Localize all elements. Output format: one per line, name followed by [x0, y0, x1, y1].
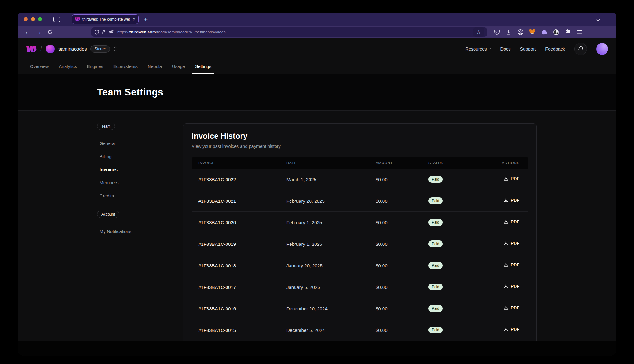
tab-settings[interactable]: Settings — [190, 59, 216, 74]
firefox-view-icon[interactable] — [53, 17, 60, 22]
list-all-tabs-icon[interactable] — [597, 17, 599, 22]
sidebar-item-members[interactable]: Members — [100, 176, 172, 189]
thirdweb-favicon-icon — [75, 17, 80, 21]
sidebar-item-my-notifications[interactable]: My Notifications — [100, 225, 172, 238]
traffic-lights — [18, 17, 46, 21]
download-pdf-button[interactable]: PDF — [504, 241, 519, 246]
tab-nebula[interactable]: Nebula — [143, 59, 167, 74]
pdf-label: PDF — [511, 176, 519, 181]
team-avatar[interactable] — [46, 45, 55, 53]
tab-overview[interactable]: Overview — [25, 59, 54, 74]
address-bar[interactable]: https://thirdweb.com/team/saminacodes/~/… — [91, 27, 487, 37]
wallet-extension-icon[interactable] — [553, 29, 559, 36]
maximize-window-button[interactable] — [38, 17, 42, 21]
menu-hamburger-icon[interactable] — [576, 29, 583, 36]
bookmark-star-icon[interactable]: ☆ — [473, 27, 484, 37]
sidebar-group-account: Account — [97, 211, 119, 218]
nav-feedback[interactable]: Feedback — [545, 46, 565, 51]
invoice-amount: $0.00 — [368, 263, 421, 268]
permissions-switch-icon[interactable] — [108, 30, 114, 34]
table-row: #1F33BA1C-0021 February 20, 2025 $0.00 P… — [192, 190, 528, 212]
pdf-label: PDF — [511, 305, 519, 310]
sidebar-item-invoices[interactable]: Invoices — [100, 163, 172, 176]
reload-button[interactable] — [45, 27, 55, 37]
download-pdf-button[interactable]: PDF — [504, 284, 519, 289]
pdf-label: PDF — [511, 262, 519, 267]
invoice-status: Paid — [421, 176, 496, 183]
nav-docs[interactable]: Docs — [500, 46, 510, 51]
invoice-amount: $0.00 — [368, 284, 421, 290]
invoice-status: Paid — [421, 262, 496, 269]
tab-engines[interactable]: Engines — [82, 59, 108, 74]
invoice-history-card: Invoice History View your past invoices … — [183, 123, 537, 341]
downloads-icon[interactable] — [505, 29, 512, 36]
invoice-amount: $0.00 — [368, 306, 421, 311]
invoice-actions: PDF — [496, 241, 528, 247]
browser-tab[interactable]: thirdweb: The complete web3 d × — [72, 14, 139, 24]
nav-resources[interactable]: Resources — [465, 46, 491, 51]
invoice-date: December 5, 2024 — [279, 328, 368, 333]
invoice-amount: $0.00 — [368, 198, 421, 204]
download-icon — [504, 177, 508, 181]
pdf-label: PDF — [511, 219, 519, 224]
phantom-icon[interactable] — [541, 29, 548, 36]
status-badge: Paid — [428, 327, 443, 333]
download-pdf-button[interactable]: PDF — [504, 198, 519, 203]
lock-icon[interactable] — [102, 30, 106, 34]
tab-usage[interactable]: Usage — [167, 59, 190, 74]
sidebar-item-billing[interactable]: Billing — [100, 150, 172, 163]
tab-analytics[interactable]: Analytics — [54, 59, 82, 74]
download-pdf-button[interactable]: PDF — [504, 262, 519, 267]
new-tab-button[interactable]: + — [144, 16, 148, 23]
account-icon[interactable] — [517, 29, 524, 36]
sidebar-item-general[interactable]: General — [100, 137, 172, 150]
table-row: #1F33BA1C-0019 February 1, 2025 $0.00 Pa… — [192, 233, 528, 255]
tab-close-icon[interactable]: × — [133, 17, 135, 22]
back-button[interactable]: ← — [23, 27, 32, 37]
tab-ecosystems[interactable]: Ecosystems — [108, 59, 143, 74]
download-pdf-button[interactable]: PDF — [504, 305, 519, 310]
invoice-table: INVOICE DATE AMOUNT STATUS ACTIONS #1F33… — [192, 157, 528, 341]
status-badge: Paid — [428, 240, 443, 247]
status-badge: Paid — [428, 197, 443, 204]
status-badge: Paid — [428, 262, 443, 269]
minimize-window-button[interactable] — [31, 17, 35, 21]
table-row: #1F33BA1C-0022 March 1, 2025 $0.00 Paid … — [192, 169, 528, 190]
sidebar-item-credits[interactable]: Credits — [100, 189, 172, 202]
download-icon — [504, 198, 508, 203]
user-avatar[interactable] — [596, 43, 608, 55]
invoice-actions: PDF — [496, 176, 528, 182]
pdf-label: PDF — [511, 241, 519, 246]
close-window-button[interactable] — [24, 17, 28, 21]
notifications-button[interactable] — [574, 43, 587, 55]
page-header: Team Settings — [18, 74, 616, 111]
download-icon — [504, 220, 508, 224]
dashboard-header: / saminacodes Starter Resources Docs Sup… — [18, 38, 616, 59]
invoice-status: Paid — [421, 240, 496, 247]
invoice-number: #1F33BA1C-0019 — [192, 241, 279, 247]
invoice-actions: PDF — [496, 198, 528, 204]
download-pdf-button[interactable]: PDF — [504, 327, 519, 332]
url-path: /team/saminacodes/~/settings/invoices — [156, 30, 226, 34]
status-badge: Paid — [428, 219, 443, 226]
breadcrumb-separator: / — [40, 45, 42, 53]
download-pdf-button[interactable]: PDF — [504, 176, 519, 181]
plan-badge[interactable]: Starter — [90, 45, 110, 53]
shield-icon[interactable] — [95, 30, 99, 35]
metamask-icon[interactable] — [529, 29, 536, 36]
browser-toolbar: ← → https:// — [18, 26, 616, 38]
nav-support[interactable]: Support — [520, 46, 536, 51]
pocket-icon[interactable] — [493, 29, 500, 36]
col-actions: ACTIONS — [496, 161, 528, 165]
forward-button[interactable]: → — [34, 27, 43, 37]
invoice-status: Paid — [421, 305, 496, 312]
extensions-puzzle-icon[interactable] — [564, 29, 571, 36]
download-pdf-button[interactable]: PDF — [504, 219, 519, 224]
thirdweb-logo-icon[interactable] — [26, 46, 37, 52]
invoice-number: #1F33BA1C-0016 — [192, 306, 279, 311]
team-name[interactable]: saminacodes — [58, 46, 87, 52]
table-row: #1F33BA1C-0017 January 5, 2025 $0.00 Pai… — [192, 276, 528, 298]
team-switcher-icon[interactable] — [114, 47, 116, 51]
sidebar-team-list: General Billing Invoices Members Credits — [100, 137, 172, 202]
invoice-actions: PDF — [496, 305, 528, 312]
